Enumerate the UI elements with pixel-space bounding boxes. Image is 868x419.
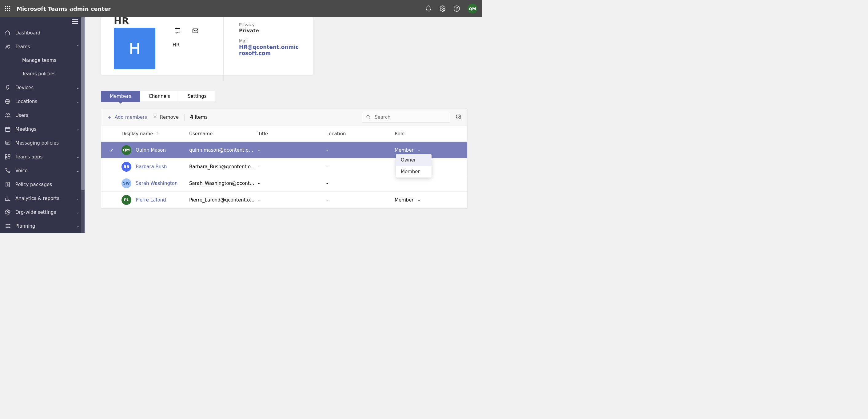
member-avatar: QM bbox=[122, 145, 131, 155]
col-header-username[interactable]: Username bbox=[189, 131, 258, 137]
sidebar-item[interactable]: Messaging policies bbox=[0, 136, 85, 150]
sidebar-item[interactable]: Policy packages bbox=[0, 178, 85, 191]
help-icon[interactable] bbox=[454, 5, 460, 12]
member-location: - bbox=[327, 164, 395, 170]
remove-button[interactable]: Remove bbox=[153, 114, 179, 120]
sidebar-scrollbar-thumb[interactable] bbox=[81, 17, 85, 190]
role-option[interactable]: Member bbox=[396, 166, 432, 178]
chat-icon[interactable] bbox=[174, 27, 181, 34]
tab-channels[interactable]: Channels bbox=[140, 91, 179, 102]
tab-settings[interactable]: Settings bbox=[179, 91, 216, 102]
role-option[interactable]: Owner bbox=[396, 154, 432, 166]
member-username: Barbara_Bush@qcontent.o… bbox=[189, 164, 258, 170]
mail-value[interactable]: HR@qcontent.onmicrosoft.com bbox=[239, 44, 301, 56]
col-header-name[interactable]: Display name↑ bbox=[122, 131, 189, 137]
app-launcher-icon[interactable] bbox=[5, 6, 10, 11]
sidebar-item[interactable]: Voice⌄ bbox=[0, 164, 85, 178]
svg-point-2 bbox=[457, 10, 457, 10]
svg-point-14 bbox=[7, 211, 9, 213]
svg-rect-10 bbox=[5, 154, 7, 156]
sidebar-sub-item[interactable]: Teams policies bbox=[0, 67, 85, 81]
svg-rect-17 bbox=[175, 29, 180, 32]
member-location: - bbox=[327, 181, 395, 186]
sidebar-item[interactable]: Users bbox=[0, 108, 85, 122]
svg-point-20 bbox=[458, 116, 460, 118]
member-username: Sarah_Washington@qcont… bbox=[189, 181, 258, 186]
member-row[interactable]: PLPierre LafondPierre_Lafond@qcontent.o…… bbox=[101, 192, 467, 208]
sidebar-item[interactable]: Meetings⌄ bbox=[0, 122, 85, 136]
search-icon bbox=[366, 114, 371, 121]
role-dropdown-menu: OwnerMember bbox=[396, 154, 432, 178]
chevron-up-icon: ⌃ bbox=[75, 44, 80, 49]
add-members-button[interactable]: ＋ Add members bbox=[107, 114, 147, 121]
member-row[interactable]: QMQuinn Masonquinn.mason@qcontent.o…--Me… bbox=[101, 142, 467, 158]
sidebar-toggle-icon[interactable] bbox=[72, 19, 78, 24]
svg-point-4 bbox=[8, 44, 9, 46]
col-header-title[interactable]: Title bbox=[258, 131, 327, 137]
sidebar-item-label: Messaging policies bbox=[16, 140, 80, 146]
globe-icon bbox=[4, 98, 11, 104]
sidebar-item[interactable]: Teams apps⌄ bbox=[0, 150, 85, 164]
member-name[interactable]: Quinn Mason bbox=[136, 147, 166, 153]
col-header-location[interactable]: Location bbox=[327, 131, 395, 137]
sidebar-item-label: Teams bbox=[16, 44, 71, 50]
col-header-role[interactable]: Role bbox=[395, 131, 467, 137]
settings-icon[interactable] bbox=[439, 5, 446, 12]
member-name[interactable]: Pierre Lafond bbox=[136, 197, 166, 203]
member-name[interactable]: Sarah Washington bbox=[136, 181, 178, 186]
search-box bbox=[362, 112, 450, 123]
package-icon bbox=[4, 181, 11, 188]
svg-point-7 bbox=[8, 114, 9, 115]
notifications-icon[interactable] bbox=[425, 5, 432, 12]
mail-icon[interactable] bbox=[192, 27, 199, 34]
sidebar-item-label: Devices bbox=[16, 85, 71, 90]
chevron-down-icon: ⌄ bbox=[75, 86, 80, 90]
sidebar-item[interactable]: Org-wide settings⌄ bbox=[0, 205, 85, 219]
tab-members[interactable]: Members bbox=[101, 91, 140, 102]
sidebar-item[interactable]: Analytics & reports⌄ bbox=[0, 191, 85, 205]
member-row[interactable]: SWSarah WashingtonSarah_Washington@qcont… bbox=[101, 175, 467, 192]
member-name[interactable]: Barbara Bush bbox=[136, 164, 167, 170]
sidebar-item[interactable]: Dashboard bbox=[0, 26, 85, 40]
sidebar-item-label: Analytics & reports bbox=[16, 196, 71, 201]
sidebar-item[interactable]: Devices⌄ bbox=[0, 81, 85, 94]
chevron-down-icon: ⌄ bbox=[75, 169, 80, 173]
svg-rect-9 bbox=[5, 141, 10, 144]
member-avatar: SW bbox=[122, 178, 131, 188]
user-avatar[interactable]: QM bbox=[467, 4, 477, 13]
chevron-down-icon: ⌄ bbox=[417, 198, 421, 202]
svg-rect-12 bbox=[5, 157, 7, 159]
header-left: Microsoft Teams admin center bbox=[5, 5, 111, 12]
member-avatar: BB bbox=[122, 162, 131, 172]
chevron-down-icon: ⌄ bbox=[75, 196, 80, 201]
message-icon bbox=[4, 140, 11, 146]
team-name-heading: HR bbox=[114, 17, 129, 26]
svg-rect-8 bbox=[5, 127, 10, 131]
vertical-divider bbox=[223, 17, 224, 81]
role-value: Member bbox=[395, 147, 414, 153]
sidebar-item-label: Policy packages bbox=[16, 182, 80, 187]
grid-toolbar: ＋ Add members Remove 4 Items bbox=[101, 109, 467, 126]
tab-bar: Members Channels Settings bbox=[101, 91, 482, 102]
chevron-down-icon: ⌄ bbox=[75, 224, 80, 228]
voice-icon bbox=[4, 168, 11, 174]
sidebar-item[interactable]: Planning⌄ bbox=[0, 219, 85, 233]
remove-label: Remove bbox=[160, 114, 179, 120]
search-input[interactable] bbox=[362, 112, 450, 123]
grid-settings-icon[interactable] bbox=[456, 114, 462, 121]
sidebar-item[interactable]: Teams⌃ bbox=[0, 40, 85, 54]
privacy-value: Private bbox=[239, 28, 301, 33]
role-dropdown[interactable]: Member⌄ bbox=[395, 147, 467, 153]
device-icon bbox=[4, 85, 11, 91]
member-title: - bbox=[258, 147, 327, 153]
role-dropdown[interactable]: Member⌄ bbox=[395, 197, 467, 203]
svg-point-19 bbox=[367, 115, 369, 118]
member-location: - bbox=[327, 147, 395, 153]
chevron-down-icon: ⌄ bbox=[75, 99, 80, 104]
member-title: - bbox=[258, 164, 327, 170]
svg-point-16 bbox=[9, 227, 10, 228]
col-header-name-label: Display name bbox=[122, 131, 153, 137]
sidebar-sub-item[interactable]: Manage teams bbox=[0, 54, 85, 67]
item-count-text: Items bbox=[193, 114, 208, 120]
sidebar-item[interactable]: Locations⌄ bbox=[0, 94, 85, 108]
